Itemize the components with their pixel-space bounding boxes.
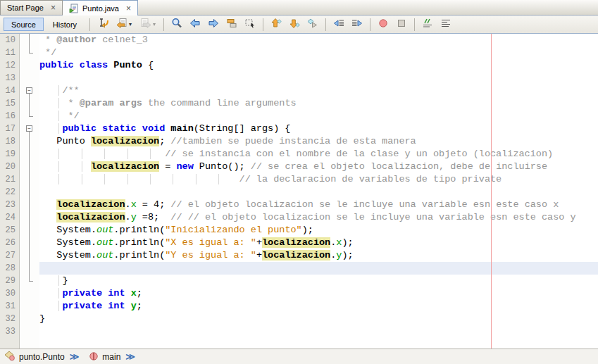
code-token: + <box>256 250 262 261</box>
code-token <box>39 237 56 248</box>
find-selection-button[interactable] <box>168 17 185 32</box>
code-token: = 4; <box>137 199 171 210</box>
breadcrumb-item-class[interactable]: punto.Punto ≫ <box>4 351 79 363</box>
forward-button[interactable]: ▾ <box>137 17 159 32</box>
code-line[interactable]: public class Punto { <box>39 59 598 72</box>
occurrence-highlight: localizacion <box>56 199 125 210</box>
code-token: . <box>125 199 131 210</box>
code-line[interactable]: // la declaracion de variables de tipo p… <box>39 173 598 186</box>
code-line[interactable] <box>39 72 598 84</box>
collapse-minus-icon[interactable]: − <box>26 87 32 94</box>
fold-guide <box>20 275 39 287</box>
toggle-bookmark-button[interactable] <box>304 17 321 32</box>
code-line[interactable]: } <box>39 275 598 287</box>
code-line[interactable]: localizacion.x = 4; // el objeto localiz… <box>39 199 598 211</box>
forward-dropdown-icon[interactable]: ▾ <box>153 21 156 27</box>
code-token: @param args <box>80 98 142 108</box>
line-number: 19 <box>0 148 19 161</box>
source-toggle-button[interactable]: Source <box>4 18 44 31</box>
code-token: "X es igual a: " <box>165 237 256 248</box>
code-token: y <box>131 301 137 311</box>
toggle-bookmark-icon <box>307 18 318 31</box>
toolbar-separator <box>325 18 326 31</box>
start-macro-recording-button[interactable] <box>375 17 392 32</box>
chevron-right-icon[interactable]: ≫ <box>70 351 80 362</box>
breadcrumb-item-method[interactable]: main ≫ <box>89 351 135 363</box>
close-icon[interactable]: × <box>125 5 132 12</box>
uncomment-button[interactable] <box>437 17 454 32</box>
tab-label: Punto.java <box>82 4 119 13</box>
code-line[interactable]: System.out.println("X es igual a: "+loca… <box>39 237 598 249</box>
code-token <box>39 149 165 159</box>
back-dropdown-icon[interactable]: ▾ <box>129 21 132 27</box>
code-line[interactable]: * @author celnet_3 <box>39 34 598 46</box>
find-previous-icon <box>189 18 201 31</box>
next-bookmark-button[interactable] <box>286 17 303 32</box>
code-line[interactable]: localizacion.y =8; // // el objeto local… <box>39 211 598 224</box>
code-line[interactable] <box>39 262 598 275</box>
toggle-highlight-search-button[interactable] <box>223 17 240 32</box>
code-token: out <box>96 250 113 261</box>
line-number: 25 <box>0 224 19 237</box>
shift-line-left-button[interactable] <box>330 17 347 32</box>
start-macro-recording-icon <box>378 18 389 31</box>
line-number: 27 <box>0 249 19 262</box>
code-token <box>39 199 56 210</box>
code-line[interactable]: */ <box>39 46 598 59</box>
code-token: private int <box>62 288 130 299</box>
occurrence-highlight: localizacion <box>262 250 330 261</box>
last-edit-location-button[interactable] <box>94 17 111 32</box>
close-icon[interactable]: × <box>50 4 56 11</box>
fold-guide <box>20 211 39 224</box>
code-line[interactable]: private int x; <box>39 287 598 300</box>
chevron-right-icon[interactable]: ≫ <box>125 351 135 362</box>
code-line[interactable]: * @param args the command line arguments <box>39 97 598 110</box>
breadcrumb-label: punto.Punto <box>19 352 65 362</box>
code-line[interactable]: System.out.println("Y es igual a: "+loca… <box>39 249 598 262</box>
fold-guide <box>20 262 39 275</box>
code-token: } <box>39 313 45 324</box>
code-token <box>39 225 56 235</box>
back-button[interactable]: ▾ <box>113 17 135 32</box>
code-token: new <box>176 161 193 172</box>
code-line[interactable] <box>39 325 598 338</box>
line-number: 10 <box>0 34 19 46</box>
code-token: public class <box>39 60 113 70</box>
code-token: @author <box>56 34 96 45</box>
editor[interactable]: 1011121314151617181920212223242526272829… <box>0 34 598 349</box>
code-line[interactable]: public static void main(String[] args) { <box>39 123 598 135</box>
code-line[interactable]: /** <box>39 84 598 97</box>
occurrence-highlight: localizacion <box>56 212 125 222</box>
code-line[interactable]: private int y; <box>39 300 598 313</box>
line-number: 14 <box>0 84 19 97</box>
code-line[interactable]: */ <box>39 110 598 123</box>
comment-button[interactable] <box>419 17 436 32</box>
fold-marker[interactable]: − <box>20 84 39 97</box>
editor-toolbar: Source History ▾ ▾ <box>0 15 598 34</box>
tab-start-page[interactable]: Start Page × <box>0 0 63 15</box>
line-number: 15 <box>0 97 19 110</box>
rectangular-selection-button[interactable] <box>242 17 258 32</box>
tab-punto-java[interactable]: Punto.java × <box>63 0 138 15</box>
code-line[interactable]: } <box>39 313 598 325</box>
previous-bookmark-button[interactable] <box>268 17 285 32</box>
code-token: .println( <box>113 237 165 248</box>
code-area[interactable]: * @author celnet_3 */public class Punto … <box>39 34 598 349</box>
tab-label: Start Page <box>7 4 44 12</box>
code-token <box>39 161 91 172</box>
code-line[interactable]: localizacion = new Punto(); // se crea e… <box>39 161 598 173</box>
line-number: 11 <box>0 46 19 59</box>
code-line[interactable]: // se instancia con el nombre de la clas… <box>39 148 598 161</box>
class-icon <box>4 351 15 363</box>
collapse-minus-icon[interactable]: − <box>26 125 32 132</box>
history-toggle-button[interactable]: History <box>45 18 85 31</box>
code-line[interactable]: System.out.println("Inicializando el pun… <box>39 224 598 237</box>
find-previous-button[interactable] <box>187 17 204 32</box>
find-next-button[interactable] <box>205 17 222 32</box>
shift-line-right-button[interactable] <box>349 17 366 32</box>
code-line[interactable] <box>39 186 598 199</box>
stop-macro-recording-button[interactable] <box>393 17 410 32</box>
code-line[interactable]: Punto localizacion; //tambien se puede i… <box>39 135 598 148</box>
fold-marker[interactable]: − <box>20 123 39 135</box>
code-token: ); <box>302 225 313 235</box>
